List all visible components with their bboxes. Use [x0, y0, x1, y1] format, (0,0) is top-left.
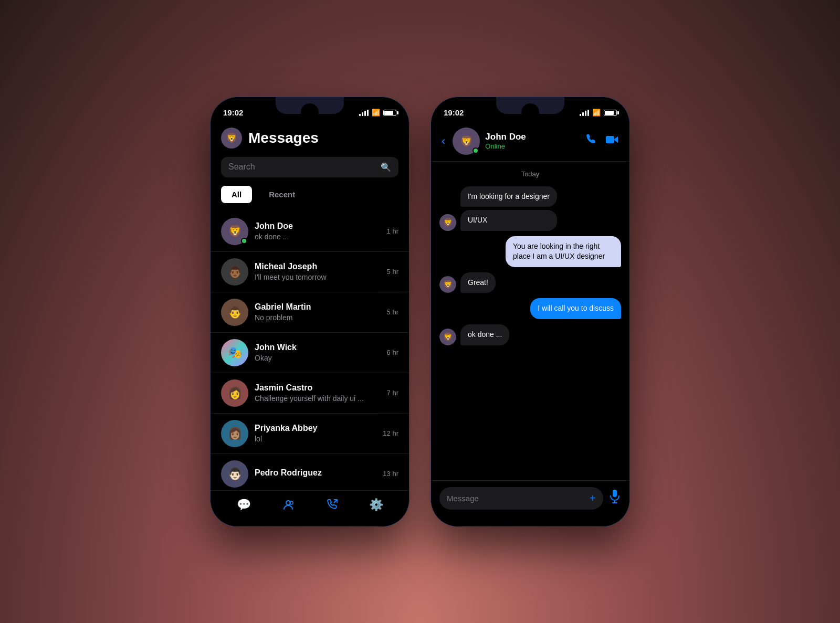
sender-avatar: 🦁 — [439, 329, 456, 345]
microphone-button[interactable] — [608, 489, 621, 507]
add-attachment-button[interactable]: + — [590, 492, 596, 504]
message-row: I will call you to discuss — [439, 298, 621, 319]
message-time: 12 hr — [383, 429, 398, 437]
nav-settings[interactable]: ⚙️ — [369, 498, 383, 512]
message-row: 🦁 ok done ... — [439, 324, 621, 345]
list-item[interactable]: 🦁 John Doe ok done ... 1 hr — [211, 212, 409, 252]
signal-bar-2 — [362, 112, 363, 116]
phone-chat: 19:02 📶 ‹ — [430, 97, 630, 527]
contact-name: Gabriel Martin — [255, 302, 381, 312]
message-content: Pedro Rodriguez — [255, 468, 376, 479]
contact-name: Jasmin Castro — [255, 383, 381, 393]
battery-fill — [384, 111, 393, 115]
signal-bar-2 — [582, 112, 584, 116]
message-content: John Wick Okay — [255, 343, 381, 362]
message-bubble: Great! — [460, 272, 496, 293]
online-dot — [472, 147, 479, 154]
bottom-nav: 💬 ⚙️ — [211, 490, 409, 526]
message-time: 7 hr — [387, 389, 398, 397]
page-title: Messages — [248, 130, 319, 146]
status-time-2: 19:02 — [444, 108, 464, 117]
list-item[interactable]: 👩🏽 Priyanka Abbey lol 12 hr — [211, 414, 409, 454]
signal-bar-1 — [580, 114, 581, 116]
avatar-container: 👩 — [221, 379, 248, 407]
sender-avatar: 🦁 — [439, 214, 456, 231]
message-content: Jasmin Castro Challenge yourself with da… — [255, 383, 381, 403]
signal-bar-4 — [587, 110, 589, 116]
status-icons-2: 📶 — [580, 109, 617, 117]
svg-rect-3 — [606, 136, 614, 143]
message-input[interactable] — [447, 494, 585, 503]
user-avatar: 🦁 — [221, 128, 242, 149]
list-item[interactable]: 👨🏾 Micheal Joseph I'll meet you tomorrow… — [211, 252, 409, 292]
tab-all[interactable]: All — [221, 186, 252, 203]
avatar-container: 🦁 — [221, 218, 248, 245]
message-preview: Challenge yourself with daily ui ... — [255, 394, 381, 403]
sender-avatar: 🦁 — [439, 276, 456, 293]
nav-calls[interactable] — [326, 499, 338, 511]
list-item[interactable]: 👨 Gabriel Martin No problem 5 hr — [211, 292, 409, 333]
message-row: 🦁 I'm looking for a designer UI/UX — [439, 186, 621, 231]
message-time: 13 hr — [383, 470, 398, 478]
list-item[interactable]: 👩 Jasmin Castro Challenge yourself with … — [211, 373, 409, 414]
search-input[interactable] — [228, 162, 376, 172]
search-icon: 🔍 — [381, 162, 391, 172]
message-input-container[interactable]: + — [439, 487, 603, 510]
chat-input-area: + — [431, 480, 629, 526]
user-avatar-img: 🦁 — [221, 128, 242, 149]
back-button[interactable]: ‹ — [442, 134, 447, 148]
contact-name: John Doe — [255, 221, 381, 231]
avatar: 🎭 — [221, 339, 248, 366]
chat-avatar-container: 🦁 — [453, 128, 480, 155]
wifi-icon: 📶 — [372, 109, 380, 117]
message-preview: I'll meet you tomorrow — [255, 273, 381, 281]
messages-list: 🦁 John Doe ok done ... 1 hr 👨🏾 — [211, 212, 409, 490]
chat-header: ‹ 🦁 John Doe Online — [431, 123, 629, 162]
message-preview: Okay — [255, 354, 381, 362]
search-bar[interactable]: 🔍 — [221, 157, 398, 177]
phone-call-button[interactable] — [584, 133, 597, 149]
message-time: 6 hr — [387, 349, 398, 356]
video-call-button[interactable] — [605, 133, 619, 149]
phone1-screen: 19:02 📶 🦁 — [211, 97, 409, 526]
nav-contacts[interactable] — [282, 499, 295, 511]
message-row: You are looking in the right place I am … — [439, 236, 621, 267]
list-item[interactable]: 🎭 John Wick Okay 6 hr — [211, 333, 409, 373]
signal-bar-1 — [359, 114, 361, 116]
message-preview: lol — [255, 435, 376, 443]
online-indicator — [241, 238, 247, 244]
list-item[interactable]: 👨🏻 Pedro Rodriguez 13 hr — [211, 454, 409, 490]
dynamic-island-2 — [521, 103, 539, 121]
message-bubble: You are looking in the right place I am … — [506, 236, 621, 267]
message-time: 5 hr — [387, 268, 398, 276]
avatar: 👩 — [221, 379, 248, 407]
message-content: Priyanka Abbey lol — [255, 424, 376, 443]
svg-rect-4 — [613, 490, 617, 497]
contact-name: Micheal Joseph — [255, 262, 381, 271]
phone-messages: 19:02 📶 🦁 — [210, 97, 410, 527]
nav-messages[interactable]: 💬 — [237, 498, 251, 512]
chat-messages: Today 🦁 I'm looking for a designer UI/UX… — [431, 162, 629, 480]
message-bubble: I'm looking for a designer — [460, 186, 557, 207]
message-bubble: ok done ... — [460, 324, 509, 345]
contact-info: John Doe Online — [485, 132, 579, 150]
status-time: 19:02 — [223, 108, 243, 117]
avatar-container: 👩🏽 — [221, 420, 248, 447]
avatar-container: 👨🏾 — [221, 258, 248, 286]
signal-bar-3 — [364, 111, 366, 116]
message-time: 1 hr — [387, 227, 398, 235]
status-icons: 📶 — [359, 109, 396, 117]
chat-actions — [584, 133, 619, 149]
signal-bars — [359, 110, 369, 116]
search-container: 🔍 — [211, 157, 409, 186]
message-row: 🦁 Great! — [439, 272, 621, 293]
filter-tabs: All Recent — [211, 186, 409, 212]
message-bubble: UI/UX — [460, 210, 557, 231]
signal-bar-4 — [367, 110, 369, 116]
signal-bar-3 — [585, 111, 586, 116]
message-content: Gabriel Martin No problem — [255, 302, 381, 322]
svg-line-2 — [334, 500, 337, 503]
tab-recent[interactable]: Recent — [258, 186, 306, 203]
wifi-icon-2: 📶 — [592, 109, 601, 117]
contact-status: Online — [485, 142, 579, 150]
